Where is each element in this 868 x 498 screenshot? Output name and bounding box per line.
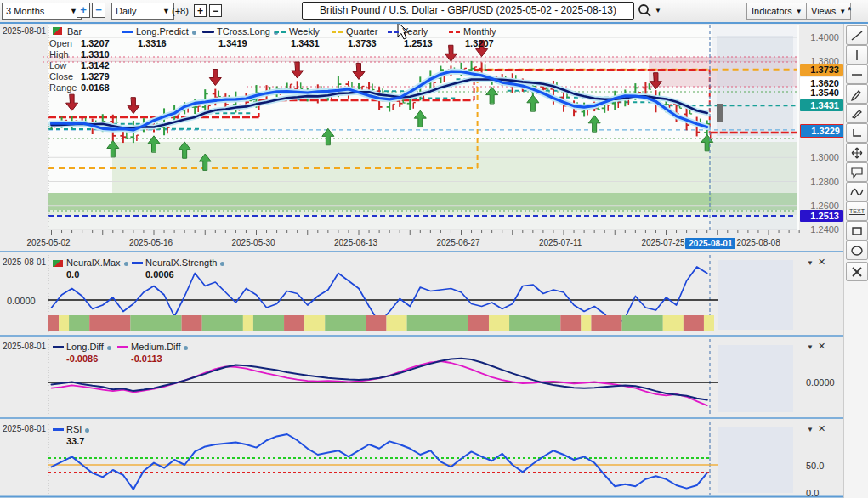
vertical-line-icon: [848, 48, 865, 63]
search-caret-icon[interactable]: ▼: [655, 7, 661, 14]
tool-callout-button[interactable]: [846, 162, 868, 182]
toolbar: 3 Months▼ + − Daily▼ (+8) + − British Po…: [0, 0, 868, 24]
rectangle-icon: [848, 224, 865, 239]
bars-decrease-button[interactable]: −: [209, 4, 222, 17]
chart-canvas: [0, 0, 868, 498]
chevron-down-icon: ▼: [796, 8, 803, 15]
tool-wave-button[interactable]: [846, 182, 868, 201]
tool-rectangle-button[interactable]: [846, 221, 868, 241]
range-select[interactable]: 3 Months▼: [2, 3, 82, 20]
drawing-toolbar: TEXT: [843, 24, 868, 498]
chevron-down-icon: ▼: [162, 7, 170, 15]
tool-close-button[interactable]: [846, 262, 868, 281]
tool-pencil-button[interactable]: [846, 84, 868, 104]
range-decrease-button[interactable]: −: [92, 3, 105, 18]
tool-horizontal-line-button[interactable]: [846, 65, 868, 84]
pin-star[interactable]: *: [848, 5, 852, 17]
callout-icon: [848, 165, 865, 180]
angle-icon: [848, 126, 865, 141]
tool-diagonal-line-button[interactable]: [846, 25, 868, 45]
close-icon: [848, 264, 865, 280]
horizontal-line-icon: [848, 67, 865, 82]
pencil-icon: [848, 87, 865, 102]
search-icon[interactable]: [638, 3, 652, 18]
symbol-title-input[interactable]: British Pound / U.S. Dollar - GBP/USD (2…: [302, 2, 634, 20]
bars-offset-label: (+8): [172, 6, 189, 16]
bars-increase-button[interactable]: +: [194, 4, 207, 17]
interval-select[interactable]: Daily▼: [111, 3, 174, 20]
brush-icon: [848, 106, 865, 122]
tool-text-button[interactable]: TEXT: [846, 201, 868, 221]
ellipse-icon: [848, 243, 865, 258]
tool-move-button[interactable]: [846, 143, 868, 162]
range-increase-button[interactable]: +: [77, 3, 90, 18]
wave-icon: [848, 184, 865, 200]
views-button[interactable]: Views▼: [806, 3, 851, 20]
text-tool-icon: TEXT: [849, 208, 865, 214]
diagonal-line-icon: [848, 28, 865, 43]
indicators-button[interactable]: Indicators▼: [746, 3, 808, 20]
move-icon: [848, 145, 865, 161]
chevron-down-icon: ▼: [839, 8, 846, 15]
tool-angle-button[interactable]: [846, 123, 868, 143]
tool-vertical-line-button[interactable]: [846, 45, 868, 65]
tool-brush-button[interactable]: [846, 104, 868, 123]
tool-ellipse-button[interactable]: [846, 241, 868, 260]
